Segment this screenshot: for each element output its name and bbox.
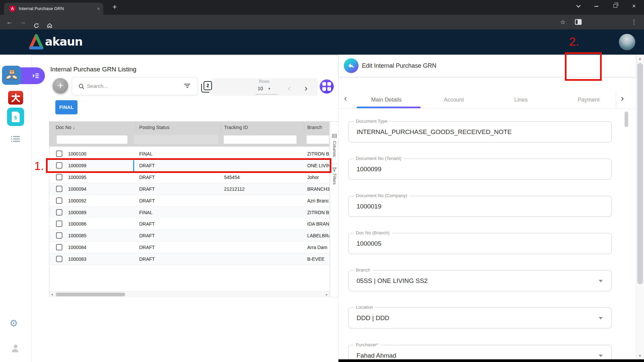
window-minimize-button[interactable]: [589, 0, 604, 12]
tabs-scroll-right-box: ›: [616, 90, 636, 108]
rows-caret-icon[interactable]: ▾: [268, 86, 270, 91]
col-header-posting-status[interactable]: Posting Status: [139, 122, 169, 133]
tab-close-icon[interactable]: ×: [97, 6, 100, 11]
cell-branch: Arra Dam: [307, 242, 329, 253]
tab-main-details[interactable]: Main Details: [371, 97, 402, 103]
cjk-character-icon: [10, 93, 21, 103]
settings-gear-icon[interactable]: ⚙: [9, 318, 18, 329]
row-checkbox[interactable]: [56, 174, 62, 180]
sort-desc-icon[interactable]: ↓: [73, 125, 75, 130]
cell-posting-status: FINAL: [139, 148, 153, 160]
home-icon[interactable]: [44, 15, 55, 29]
tab-payment[interactable]: Payment: [578, 97, 599, 103]
search-filter-icon[interactable]: [184, 84, 190, 88]
grid-view-icon[interactable]: [320, 79, 334, 94]
akaun-logo-text[interactable]: akaun: [45, 35, 83, 48]
field-document-no-company[interactable]: Document No (Company)1000019: [348, 196, 612, 217]
columns-toggle[interactable]: Columns: [332, 141, 337, 157]
dropdown-caret-icon[interactable]: [599, 280, 603, 282]
table-row[interactable]: 1000086DRAFTIDA BRAN: [49, 218, 329, 230]
add-record-button[interactable]: +: [53, 78, 68, 94]
prev-page-icon[interactable]: ‹: [288, 83, 291, 94]
strip-divider: [331, 164, 338, 164]
reply-arrow-icon: [347, 62, 355, 69]
col-header-doc-no[interactable]: Doc No ↓: [56, 122, 75, 133]
browser-tab[interactable]: A Internal Purchase GRN ×: [4, 3, 103, 15]
browser-toolbar: ← → akaun.cloud/#/applet/tnt/wavelet/erp…: [0, 15, 644, 29]
field-branch[interactable]: Branch05SS | ONE LIVING SS2: [348, 270, 612, 291]
cell-branch: ZITRON B: [307, 207, 329, 218]
table-row[interactable]: 1000092DRAFTAzri Branc: [49, 195, 329, 207]
duplicate-view-icon[interactable]: 2: [201, 81, 212, 93]
table-row[interactable]: 1000085DRAFTLABELBRA: [49, 230, 329, 242]
bookmark-star-icon[interactable]: ☆: [557, 15, 568, 29]
cell-doc-no: 1000095: [68, 172, 87, 183]
form-scroll-thumb[interactable]: [625, 112, 628, 127]
filter-input-tracking-id[interactable]: [223, 135, 297, 144]
rows-per-page-select[interactable]: 10: [258, 86, 263, 91]
row-checkbox[interactable]: [56, 256, 62, 262]
tab-search-chevron-icon[interactable]: [570, 0, 585, 12]
side-panel-icon[interactable]: [573, 15, 584, 29]
row-checkbox[interactable]: [56, 244, 62, 250]
scroll-down-icon[interactable]: ▼: [638, 354, 642, 358]
scroll-up-icon[interactable]: ▲: [638, 57, 642, 60]
editor-title: Edit Internal Purchase GRN: [362, 55, 436, 77]
cell-branch: IDA BRAN: [307, 218, 329, 230]
tab-account[interactable]: Account: [444, 97, 464, 103]
listing-final-button[interactable]: FINAL: [55, 100, 77, 114]
row-checkbox[interactable]: [56, 232, 62, 239]
funnel-icon: [332, 167, 337, 172]
row-checkbox[interactable]: [56, 209, 62, 216]
filter-input-doc-no[interactable]: [56, 135, 128, 144]
dropdown-caret-icon[interactable]: [599, 317, 603, 319]
user-avatar[interactable]: [619, 34, 635, 50]
horizontal-scrollbar[interactable]: ◂ ▸: [49, 291, 329, 297]
dahua-applet-icon[interactable]: [8, 91, 23, 105]
window-restore-button[interactable]: [608, 0, 623, 12]
scroll-left-icon[interactable]: ◂: [51, 292, 53, 297]
back-button[interactable]: [344, 58, 359, 73]
forward-icon[interactable]: →: [17, 15, 28, 29]
table-row[interactable]: 1000095DRAFT545454Johor: [49, 172, 329, 183]
table-row[interactable]: 1000094DRAFT21212112BRANCH3: [49, 183, 329, 195]
table-header-row: Doc No ↓ Posting Status Tracking ID Bran…: [49, 122, 329, 133]
col-header-branch[interactable]: Branch: [307, 122, 322, 133]
grn-applet-icon[interactable]: [2, 66, 21, 85]
row-checkbox[interactable]: [56, 221, 62, 227]
search-input[interactable]: Search...: [72, 77, 198, 95]
table-row[interactable]: 1000089FINALZITRON B: [49, 207, 329, 219]
list-menu-icon[interactable]: [11, 136, 20, 143]
window-close-button[interactable]: ×: [627, 0, 641, 12]
field-location[interactable]: LocationDDD | DDD: [348, 307, 612, 328]
app-header: akaun: [0, 29, 644, 55]
row-checkbox[interactable]: [56, 186, 62, 192]
cell-posting-status: DRAFT: [139, 172, 155, 183]
reload-icon[interactable]: [31, 15, 42, 29]
field-document-type[interactable]: Document TypeINTERNAL_PURCHASE_GOODS_REC…: [348, 121, 612, 142]
profile-icon[interactable]: [12, 345, 19, 352]
row-checkbox[interactable]: [56, 197, 62, 204]
table-row[interactable]: 1000084DRAFTArra Dam: [49, 242, 329, 253]
filters-toggle[interactable]: Filters: [332, 174, 337, 185]
filter-input-branch[interactable]: [306, 135, 329, 144]
row-checkbox[interactable]: [56, 150, 62, 157]
next-page-icon[interactable]: ›: [305, 83, 308, 94]
invoice-applet-icon[interactable]: $: [7, 108, 24, 126]
col-header-tracking-id[interactable]: Tracking ID: [224, 122, 248, 133]
browser-menu-icon[interactable]: ⋮: [629, 15, 639, 29]
cell-branch: B-EVEE: [307, 253, 329, 265]
tabs-scroll-left-icon[interactable]: ‹: [344, 93, 347, 104]
new-tab-button[interactable]: +: [110, 3, 119, 11]
dropdown-caret-icon[interactable]: [599, 355, 603, 357]
rows-select-underline: [256, 94, 278, 95]
back-icon[interactable]: ←: [4, 15, 15, 29]
field-document-no-tenant[interactable]: Document No (Tenant)1000099: [348, 159, 612, 180]
tabs-scroll-right-icon[interactable]: ›: [621, 93, 641, 104]
table-row[interactable]: 1000083DRAFTB-EVEE: [49, 253, 329, 265]
cell-posting-status: DRAFT: [139, 242, 155, 253]
horizontal-scroll-thumb[interactable]: [56, 293, 125, 296]
scroll-right-icon[interactable]: ▸: [326, 292, 328, 297]
tab-lines[interactable]: Lines: [514, 97, 527, 103]
field-doc-no-branch[interactable]: Doc No (Branch)1000005: [348, 233, 612, 254]
